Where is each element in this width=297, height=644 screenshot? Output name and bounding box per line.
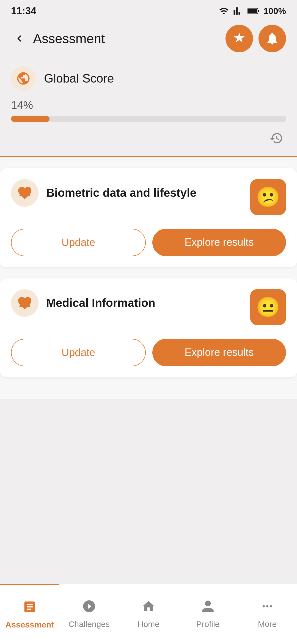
global-score-header: Global Score: [11, 66, 286, 91]
history-button[interactable]: [267, 129, 286, 148]
status-time: 11:34: [11, 5, 36, 17]
biometric-card-left: Biometric data and lifestyle: [11, 179, 250, 207]
medical-card-actions: Update Explore results: [11, 339, 286, 366]
medical-icon: [17, 295, 33, 311]
profile-nav-label: Profile: [196, 620, 219, 629]
header-actions: [226, 25, 286, 52]
progress-bar-track: [11, 116, 286, 122]
profile-nav-icon: [201, 599, 215, 617]
home-nav-label: Home: [138, 620, 160, 629]
medical-card-header: Medical Information 😐: [11, 289, 286, 325]
more-nav-icon: [260, 599, 274, 617]
profile-icon: [201, 599, 215, 613]
nav-home[interactable]: Home: [119, 584, 178, 644]
biometric-emoji-box: 😕: [250, 179, 286, 215]
more-icon: [260, 599, 274, 613]
svg-rect-3: [20, 194, 30, 196]
biometric-card-title: Biometric data and lifestyle: [46, 186, 196, 200]
nav-challenges[interactable]: Challenges: [59, 584, 119, 644]
back-icon: [14, 34, 24, 43]
nav-profile[interactable]: Profile: [178, 584, 238, 644]
main-content: Global Score 14%: [0, 55, 297, 157]
svg-rect-2: [248, 9, 257, 13]
medical-explore-button[interactable]: Explore results: [152, 339, 286, 366]
biometric-explore-button[interactable]: Explore results: [152, 229, 286, 256]
biometric-card-actions: Update Explore results: [11, 229, 286, 256]
history-icon: [270, 131, 283, 145]
progress-bar-fill: [11, 116, 50, 122]
score-percent: 14%: [11, 99, 286, 111]
nav-assessment[interactable]: Assessment: [0, 584, 59, 644]
medical-card-left: Medical Information: [11, 289, 250, 317]
status-icons: 100%: [219, 6, 286, 16]
home-nav-icon: [141, 599, 156, 617]
home-icon: [141, 599, 156, 613]
status-bar: 11:34 100%: [0, 0, 297, 22]
challenges-icon: [82, 599, 96, 613]
notifications-button[interactable]: [258, 25, 286, 52]
battery-icon: [248, 8, 259, 14]
challenges-nav-label: Challenges: [68, 620, 110, 629]
page-title: Assessment: [33, 31, 105, 46]
signal-icon: [233, 6, 243, 16]
assessment-icon: [23, 600, 37, 614]
bell-icon: [265, 31, 279, 46]
nav-more[interactable]: More: [238, 584, 297, 644]
global-score-title: Global Score: [44, 72, 114, 85]
global-score-section: Global Score 14%: [11, 61, 286, 156]
biometric-update-button[interactable]: Update: [11, 229, 146, 256]
globe-icon: [16, 71, 31, 86]
medical-emoji-box: 😐: [250, 289, 286, 325]
favorites-button[interactable]: [226, 25, 253, 52]
biometric-icon: [17, 185, 33, 201]
biometric-icon-wrap: [11, 179, 38, 207]
app-header: Assessment: [0, 22, 297, 55]
assessment-nav-label: Assessment: [6, 620, 54, 629]
wifi-icon: [219, 6, 229, 16]
globe-icon-wrap: [11, 66, 36, 91]
bottom-navigation: Assessment Challenges Home Profile: [0, 583, 297, 644]
more-nav-label: More: [258, 620, 277, 629]
medical-card-title: Medical Information: [46, 296, 155, 310]
battery-percent: 100%: [263, 6, 286, 16]
medical-icon-wrap: [11, 289, 38, 317]
score-footer: [11, 129, 286, 151]
star-settings-icon: [232, 31, 246, 46]
cards-section: Biometric data and lifestyle 😕 Update Ex…: [0, 157, 297, 399]
medical-update-button[interactable]: Update: [11, 339, 146, 366]
svg-rect-4: [20, 305, 30, 307]
challenges-nav-icon: [82, 599, 96, 617]
assessment-nav-icon: [23, 600, 37, 617]
biometric-emoji: 😕: [256, 185, 280, 209]
biometric-card: Biometric data and lifestyle 😕 Update Ex…: [0, 168, 297, 267]
medical-emoji: 😐: [256, 296, 280, 319]
medical-card: Medical Information 😐 Update Explore res…: [0, 278, 297, 377]
back-button[interactable]: [11, 30, 28, 47]
biometric-card-header: Biometric data and lifestyle 😕: [11, 179, 286, 215]
svg-rect-1: [258, 10, 259, 12]
